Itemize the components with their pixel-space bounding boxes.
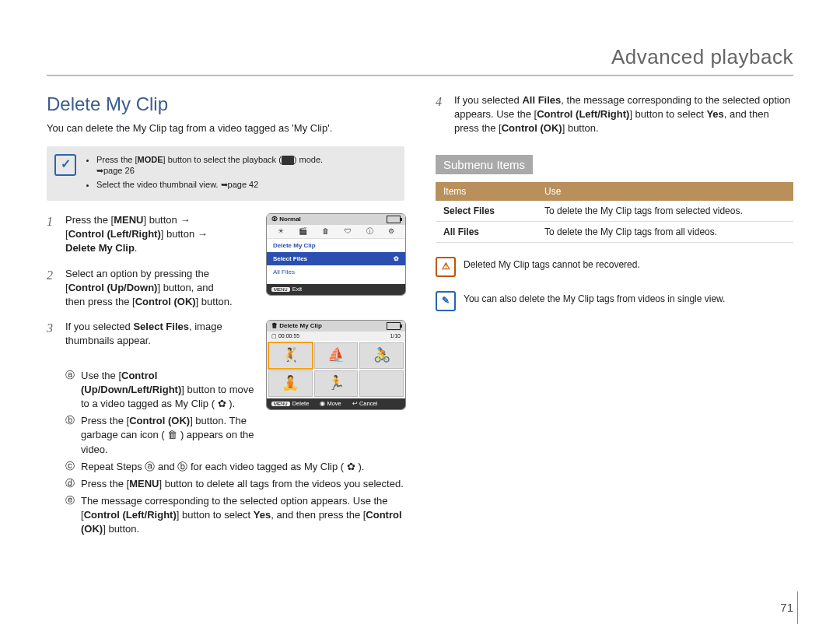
step-3: 3 If you selected Select Files, image th… — [47, 320, 404, 536]
substep-b: ⓑ Press the [Control (OK)] button. The g… — [65, 414, 404, 457]
chapter-title: Advanced playback — [611, 45, 793, 69]
section-heading: Delete My Clip — [47, 93, 404, 115]
info-note: ✎ You can also delete the My Clip tags f… — [436, 291, 793, 311]
substep-c: ⓒRepeat Steps ⓐ and ⓑ for each video tag… — [65, 460, 404, 474]
right-column: 4 If you selected All Files, the message… — [436, 93, 793, 548]
battery-icon — [387, 216, 401, 223]
check-icon: ✓ — [54, 154, 76, 176]
table-row: All Files To delete the My Clip tags fro… — [436, 221, 793, 242]
page: Advanced playback Delete My Clip You can… — [0, 0, 840, 642]
info-icon: ✎ — [436, 291, 456, 311]
thumbnail: ⛵ — [314, 342, 359, 369]
thumbnail: 🤾 — [268, 342, 313, 369]
step-4: 4 If you selected All Files, the message… — [436, 93, 793, 136]
substep-e: ⓔThe message corresponding to the select… — [65, 494, 404, 537]
prerequisite-note: ✓ Press the [MODE] button to select the … — [47, 146, 404, 202]
icon-row: ☀🎬🗑🛡ⓘ⚙ — [267, 225, 405, 239]
menu-selected: Select Files✿ — [267, 252, 405, 265]
header-rule — [47, 75, 793, 76]
warning-note: ⚠ Deleted My Clip tags cannot be recover… — [436, 257, 793, 277]
warning-icon: ⚠ — [436, 257, 456, 277]
step-2: 2 Select an option by pressing the [Cont… — [47, 267, 404, 310]
submenu-heading: Submenu Items — [436, 155, 533, 174]
thumbnail: 🚴 — [359, 342, 404, 369]
note-item: Select the video thumbnail view. ➥page 4… — [96, 179, 395, 191]
substep-a: ⓐ Use the [Control (Up/Down/Left/Right)]… — [65, 369, 404, 412]
substep-d: ⓓPress the [MENU] button to delete all t… — [65, 477, 404, 491]
table-row: Select Files To delete the My Clip tags … — [436, 201, 793, 222]
col-use: Use — [537, 182, 793, 201]
step-1: 1 Press the [MENU] button → [Control (Le… — [47, 213, 404, 256]
left-column: Delete My Clip You can delete the My Cli… — [47, 93, 404, 548]
battery-icon — [387, 322, 401, 330]
page-number: 71 — [780, 601, 793, 614]
intro-text: You can delete the My Clip tag from a vi… — [47, 121, 404, 135]
submenu-table: Items Use Select Files To delete the My … — [436, 182, 793, 243]
note-item: Press the [MODE] button to select the pl… — [96, 154, 395, 177]
col-items: Items — [436, 182, 537, 201]
playback-mode-icon — [282, 156, 294, 165]
